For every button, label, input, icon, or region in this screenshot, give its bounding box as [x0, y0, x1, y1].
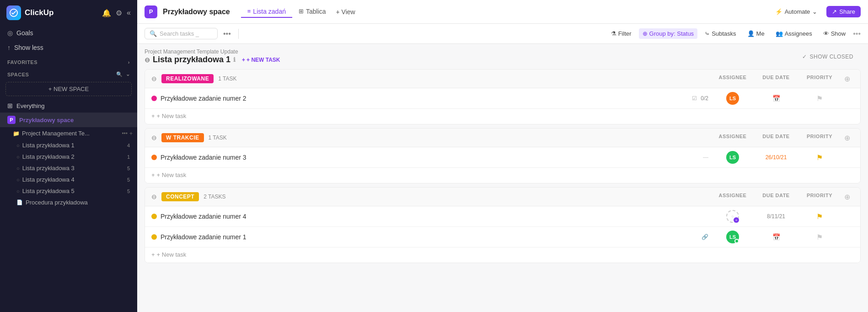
col-header-priority: PRIORITY: [799, 75, 840, 83]
notification-icon[interactable]: 🔔: [102, 9, 111, 17]
filter-icon: ⚗: [611, 30, 616, 37]
col-add-icon-3[interactable]: ⊕: [840, 193, 854, 201]
task-name[interactable]: Przykładowe zadanie numer 4: [161, 213, 708, 220]
status-badge-w-trakcie: W TRAKCIE: [161, 133, 204, 142]
content-area: Project Management Template Update ⊖ Lis…: [137, 44, 868, 312]
priority-flag-yellow-2: ⚑: [816, 212, 823, 221]
task-equals-icon: —: [703, 154, 708, 161]
task-checkbox-icon: ☑: [692, 95, 697, 102]
avatar: LS: [726, 92, 739, 105]
favorites-expand-icon[interactable]: ›: [128, 59, 130, 65]
task-assignee-with-badge: LS: [712, 231, 753, 243]
project-more-icon[interactable]: •••: [122, 130, 128, 137]
assignees-action[interactable]: 👥 Assignees: [772, 28, 816, 39]
group-icon: ⊕: [643, 30, 648, 37]
list-item-4[interactable]: ○ Lista przykładowa 4 5: [0, 174, 137, 185]
settings-icon[interactable]: ⚙: [116, 9, 122, 17]
task-name[interactable]: Przykładowe zadanie numer 1: [161, 233, 696, 241]
spaces-section-label: SPACES 🔍 ⌄: [0, 67, 137, 79]
sidebar-item-show-less[interactable]: ↑ Show less: [0, 40, 137, 55]
procedure-item[interactable]: 📄 Procedura przykładowa: [0, 197, 137, 208]
column-headers-realizowane: ASSIGNEE DUE DATE PRIORITY ⊕: [712, 75, 854, 83]
toolbar-more-icon[interactable]: •••: [221, 30, 233, 38]
task-assignee: LS: [712, 151, 753, 164]
filter-action[interactable]: ⚗ Filter: [607, 28, 635, 39]
task-due-date: 26/10/21: [753, 151, 799, 164]
task-assignee: LS: [712, 92, 753, 105]
task-status-dot: [151, 96, 157, 101]
column-headers-w-trakcie: ASSIGNEE DUE DATE PRIORITY ⊕: [712, 134, 854, 142]
group-collapse-concept[interactable]: ⊖: [151, 193, 157, 200]
group-collapse-w-trakcie[interactable]: ⊖: [151, 134, 157, 141]
show-icon: 👁: [823, 30, 829, 37]
sidebar-item-everything[interactable]: ⊞ Everything: [0, 99, 137, 113]
goals-icon: ◎: [7, 29, 13, 37]
me-action[interactable]: 👤 Me: [744, 28, 768, 39]
task-add-col: [840, 210, 854, 223]
add-view-button[interactable]: + View: [332, 6, 359, 18]
tab-tablica[interactable]: ⊞ Tablica: [292, 6, 332, 18]
avatar-with-badge: LS: [726, 231, 739, 243]
status-group-header-concept[interactable]: ⊖ CONCEPT 2 TASKS ASSIGNEE DUE DATE PRIO…: [145, 188, 860, 206]
search-tasks-box[interactable]: 🔍 Search tasks _: [145, 28, 218, 39]
collapse-sidebar-icon[interactable]: «: [127, 9, 131, 17]
new-task-button[interactable]: + + NEW TASK: [238, 56, 284, 64]
spaces-search-icon[interactable]: 🔍: [116, 71, 123, 77]
plus-icon: +: [151, 251, 155, 258]
task-status-dot: [151, 155, 157, 160]
task-name[interactable]: Przykładowe zadanie numer 2: [161, 95, 686, 102]
project-management-folder[interactable]: 📁 Project Management Te... ••• +: [0, 127, 137, 140]
topbar-right: ⚡ Automate ⌄ ↗ Share: [771, 6, 861, 17]
info-icon[interactable]: ℹ: [233, 56, 236, 63]
project-add-icon[interactable]: +: [129, 130, 133, 137]
status-group-header-realizowane[interactable]: ⊖ REALIZOWANE 1 TASK ASSIGNEE DUE DATE P…: [145, 70, 860, 88]
topbar-space-title: Przykładowy space: [163, 8, 230, 16]
col-add-icon[interactable]: ⊕: [840, 75, 854, 83]
share-button[interactable]: ↗ Share: [826, 6, 861, 17]
status-group-header-w-trakcie[interactable]: ⊖ W TRAKCIE 1 TASK ASSIGNEE DUE DATE PRI…: [145, 129, 860, 147]
breadcrumb: Project Management Template Update: [145, 48, 792, 55]
automate-chevron-icon: ⌄: [812, 8, 817, 15]
list-collapse-button[interactable]: ⊖: [145, 56, 150, 64]
task-status-dot: [151, 234, 157, 240]
spaces-expand-icon[interactable]: ⌄: [126, 71, 130, 77]
list-item-5[interactable]: ○ Lista przykładowa 5 5: [0, 185, 137, 197]
new-task-row-realizowane[interactable]: + + New task: [145, 109, 860, 124]
group-collapse-realizowane[interactable]: ⊖: [151, 75, 157, 82]
task-columns: LS 📅 ⚑: [712, 92, 854, 105]
subtasks-action[interactable]: ⤷ Subtasks: [701, 28, 739, 39]
show-closed-button[interactable]: SHOW CLOSED: [809, 54, 853, 60]
list-item-2[interactable]: ○ Lista przykładowa 2 1: [0, 151, 137, 162]
sidebar-item-goals[interactable]: ◎ Goals: [0, 26, 137, 40]
list-item-1[interactable]: ○ Lista przykładowa 1 4: [0, 140, 137, 151]
list-section-header: Project Management Template Update ⊖ Lis…: [137, 44, 868, 66]
sidebar-item-active-space[interactable]: P Przykładowy space: [0, 113, 137, 127]
table-row: Przykładowe zadanie numer 3 — LS 26/10/2…: [145, 147, 860, 168]
list-title: Lista przykładowa 1: [153, 55, 230, 65]
tab-lista-zadan[interactable]: ≡ Lista zadań: [241, 6, 292, 18]
col-add-icon-2[interactable]: ⊕: [840, 134, 854, 142]
due-date-value: 26/10/21: [766, 154, 787, 161]
task-due-date: 📅: [753, 231, 799, 243]
list-icon: ○: [16, 166, 20, 171]
avatar: LS: [726, 151, 739, 164]
new-space-button[interactable]: + NEW SPACE: [5, 82, 132, 96]
list-icon: ○: [16, 188, 20, 194]
toolbar-ellipsis-icon[interactable]: •••: [853, 30, 861, 38]
task-add-col: [840, 92, 854, 105]
due-date-empty-icon-2: 📅: [772, 233, 780, 241]
status-group-concept: ⊖ CONCEPT 2 TASKS ASSIGNEE DUE DATE PRIO…: [145, 187, 861, 263]
new-task-row-concept[interactable]: + + New task: [145, 247, 860, 263]
list-item-3[interactable]: ○ Lista przykładowa 3 5: [0, 162, 137, 174]
automate-button[interactable]: ⚡ Automate ⌄: [771, 6, 822, 17]
show-action[interactable]: 👁 Show: [820, 28, 850, 39]
new-task-row-w-trakcie[interactable]: + + New task: [145, 168, 860, 183]
toolbar: 🔍 Search tasks _ ••• ⚗ Filter ⊕ Group by…: [137, 24, 868, 44]
task-name[interactable]: Przykładowe zadanie numer 3: [161, 154, 697, 161]
status-count-realizowane: 1 TASK: [218, 75, 236, 82]
status-badge-concept: CONCEPT: [161, 192, 199, 201]
group-by-action[interactable]: ⊕ Group by: Status: [639, 28, 698, 39]
status-badge-realizowane: REALIZOWANE: [161, 74, 214, 83]
avatar-add-icon: +: [734, 217, 739, 223]
list-tab-icon: ≡: [247, 8, 251, 15]
